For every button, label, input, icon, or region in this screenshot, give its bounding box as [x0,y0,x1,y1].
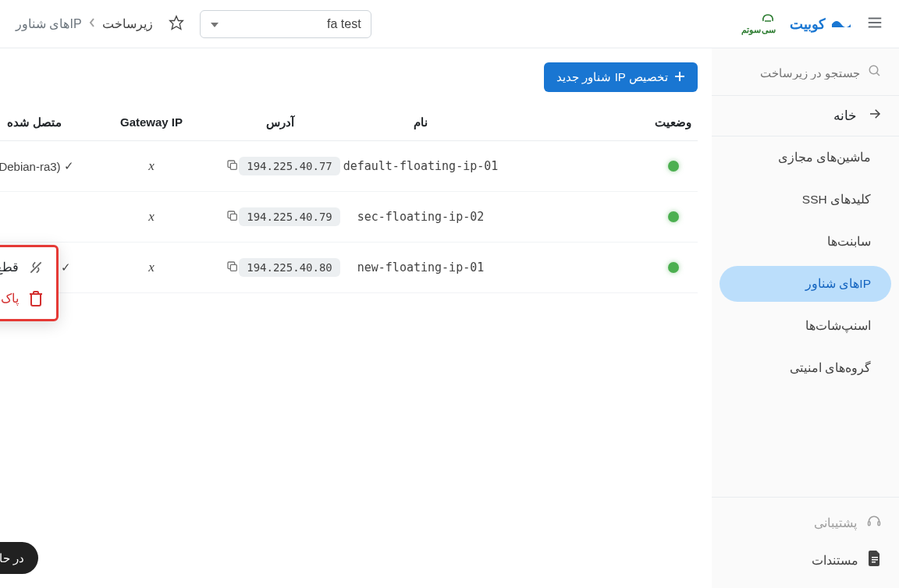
wave-icon [830,15,852,33]
arrow-right-icon [868,107,882,125]
star-icon[interactable] [169,15,184,34]
loading-label: در حال بارگذاری... [0,551,24,565]
table-header: عملیات متصل شده Gateway IP آدرس نام وضعی… [0,104,698,141]
search-icon [868,64,882,81]
floating-ips-table: عملیات متصل شده Gateway IP آدرس نام وضعی… [0,104,698,293]
svg-rect-11 [872,559,878,561]
sidebar-item-subnets[interactable]: سابنت‌ها [720,224,891,260]
main-content: تخصیص IP شناور جدید عملیات متصل شده Gate… [0,48,712,588]
svg-marker-3 [169,16,183,29]
project-select-value: fa test [327,17,361,31]
address-cell: 194.225.40.80 [239,258,340,277]
name-cell: new-floating-ip-01 [343,260,499,275]
svg-rect-8 [869,522,871,526]
breadcrumb-current: IPهای شناور [16,16,82,31]
context-menu: قطع اتصال پاک کردن [0,245,59,321]
docs-label: مستندات [812,553,858,568]
document-icon [868,551,882,569]
name-cell: sec-floating-ip-02 [343,210,499,224]
breadcrumb: زیرساخت IPهای شناور [16,16,153,31]
svg-rect-10 [872,557,878,558]
header-right: کوبیت سیسوتم [741,13,883,34]
sidebar: خانه ماشین‌های مجازی کلیدهای SSH سابنت‌ه… [712,48,899,588]
gateway-cell: x [148,209,155,225]
support-label: پشتیبانی [814,515,857,530]
header-left: زیرساخت IPهای شناور fa test [16,10,371,38]
trash-icon [28,291,44,306]
col-name: نام [343,115,499,129]
search-box[interactable] [726,58,885,87]
col-status: وضعیت [655,115,691,129]
sidebar-item-vms[interactable]: ماشین‌های مجازی [720,140,891,175]
allocate-ip-button[interactable]: تخصیص IP شناور جدید [544,62,698,92]
status-dot-green [668,211,679,222]
svg-rect-18 [231,163,237,169]
gateway-cell: x [148,158,155,174]
project-select[interactable]: fa test [200,10,371,38]
sidebar-item-snapshots[interactable]: اسنپ‌شات‌ها [720,308,891,344]
nav-home[interactable]: خانه [712,95,899,136]
menu-icon[interactable] [866,14,883,34]
gateway-cell: x [148,260,155,275]
brand-logo[interactable]: کوبیت [790,15,852,33]
sidebar-item-floating-ips[interactable]: IPهای شناور [720,266,891,302]
check-icon: ✓ [61,260,71,275]
nav-home-label: خانه [833,108,857,124]
connected-cell: (Debian-ra3) ✓ [0,159,85,173]
col-connected: متصل شده [0,115,85,129]
svg-marker-4 [211,23,219,27]
brand-text: کوبیت [790,16,826,33]
svg-rect-9 [878,522,880,526]
ctx-disconnect[interactable]: قطع اتصال [0,252,56,283]
col-gateway: Gateway IP [85,115,218,129]
sidebar-support[interactable]: پشتیبانی [712,504,899,541]
svg-point-5 [869,66,878,74]
ctx-disconnect-label: قطع اتصال [0,260,19,275]
svg-rect-12 [872,561,876,563]
copy-icon[interactable] [226,210,239,225]
svg-line-24 [30,262,41,272]
plus-icon [674,71,685,84]
header: کوبیت سیسوتم زیرساخت IPهای شناور fa test [0,0,899,48]
name-cell: default-floating-ip-01 [343,159,499,173]
sidebar-bottom: پشتیبانی مستندات [712,497,899,579]
breadcrumb-root[interactable]: زیرساخت [102,16,153,31]
col-address: آدرس [218,115,343,129]
svg-rect-19 [231,214,237,220]
chevron-down-icon [210,17,219,31]
sidebar-item-ssh[interactable]: کلیدهای SSH [720,182,891,218]
table-row: (Debian-ra3) ✓ x 194.225.40.77 default-f… [0,141,698,192]
table-row: x 194.225.40.79 sec-floating-ip-02 [0,192,698,243]
search-input[interactable] [712,66,860,80]
partner-logo: سیسوتم [741,13,776,34]
chevron-left-icon [88,17,96,31]
allocate-ip-label: تخصیص IP شناور جدید [556,70,668,84]
address-cell: 194.225.40.79 [239,207,340,226]
table-row: (Fa-subnet) ✓ x 194.225.40.80 new-floati… [0,243,698,293]
ctx-delete[interactable]: پاک کردن [0,283,56,314]
sidebar-docs[interactable]: مستندات [712,541,899,579]
unlink-icon [28,260,44,275]
ctx-delete-label: پاک کردن [0,292,19,306]
loading-toast: در حال بارگذاری... [0,542,38,574]
status-dot-green [668,262,679,273]
copy-icon[interactable] [226,260,239,275]
headset-icon [866,513,882,532]
sidebar-item-security-groups[interactable]: گروه‌های امنیتی [720,350,891,386]
copy-icon[interactable] [226,159,239,174]
status-dot-green [668,161,679,172]
svg-line-6 [876,73,879,76]
check-icon: ✓ [64,159,74,173]
svg-rect-23 [231,264,237,271]
address-cell: 194.225.40.77 [239,157,340,175]
